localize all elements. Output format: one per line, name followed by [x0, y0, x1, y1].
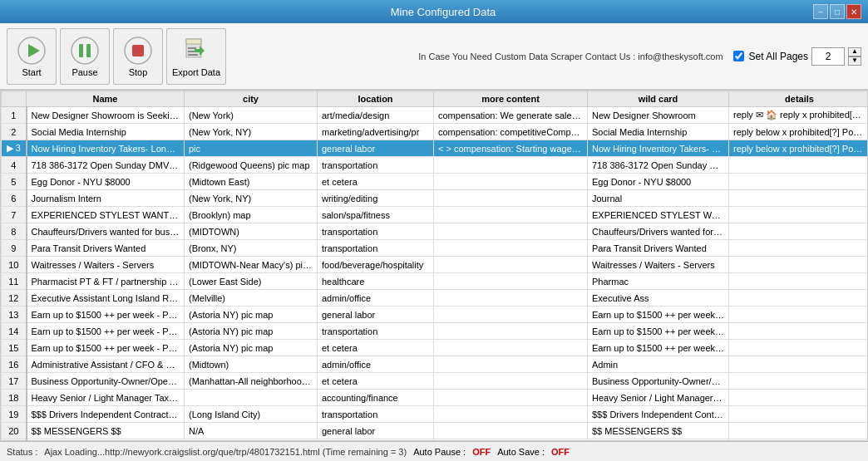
- col-header-details[interactable]: details: [729, 91, 869, 107]
- table-row[interactable]: ▶ 3 Now Hiring Inventory Takers- Long Is…: [2, 140, 869, 157]
- cell-num: 18: [2, 390, 27, 406]
- export-label: Export Data: [172, 67, 220, 77]
- pause-icon: [70, 36, 100, 66]
- cell-wild: Earn up to $1500 ++ per week - Profe...: [588, 307, 729, 323]
- table-row[interactable]: 7 EXPERIENCED STYLEST WANTED (Brooklyn) …: [2, 207, 869, 223]
- cell-more: < > compensation: Starting wage 9.5...: [434, 140, 588, 157]
- col-header-name[interactable]: Name: [27, 91, 185, 107]
- cell-more: [434, 340, 588, 356]
- table-row[interactable]: 15 Earn up to $1500 ++ per week - Profe.…: [2, 340, 869, 356]
- set-all-pages-checkbox[interactable]: [733, 51, 744, 61]
- pages-down-button[interactable]: ▼: [848, 56, 861, 66]
- table-row[interactable]: 11 Pharmacist PT & FT / partnership opti…: [2, 273, 869, 290]
- table-row[interactable]: 18 Heavy Senior / Light Manager Tax D...…: [2, 390, 869, 406]
- cell-name: New Designer Showroom is Seeking ...: [27, 107, 185, 124]
- cell-name: Social Media Internship: [27, 124, 185, 140]
- cell-more: [434, 423, 588, 439]
- table-row[interactable]: 20 $$ MESSENGERS $$ N/A general labor $$…: [2, 423, 869, 439]
- pages-spinner[interactable]: ▲ ▼: [848, 47, 861, 66]
- col-header-city[interactable]: city: [185, 91, 318, 107]
- cell-wild: Journal: [588, 190, 729, 207]
- export-data-button[interactable]: Export Data: [166, 28, 226, 85]
- table-row[interactable]: 4 718 386-3172 Open Sunday DMV D... (Rid…: [2, 157, 869, 174]
- close-button[interactable]: ✕: [846, 4, 861, 19]
- cell-location: writing/editing: [318, 190, 434, 207]
- pause-button[interactable]: Pause: [60, 28, 110, 85]
- cell-details: [729, 174, 869, 190]
- cell-more: [434, 373, 588, 390]
- cell-wild: Para Transit Drivers Wanted: [588, 240, 729, 257]
- cell-num: 12: [2, 290, 27, 307]
- cell-name: Chauffeurs/Drivers wanted for busy Li...: [27, 223, 185, 240]
- table-row[interactable]: 8 Chauffeurs/Drivers wanted for busy Li.…: [2, 223, 869, 240]
- pages-input[interactable]: [811, 47, 845, 66]
- svg-point-2: [72, 37, 98, 64]
- cell-details: [729, 207, 869, 223]
- cell-city: (New York, NY): [185, 124, 318, 140]
- start-button[interactable]: Start: [7, 28, 57, 85]
- cell-num: 17: [2, 373, 27, 390]
- cell-wild: Social Media Internship: [588, 124, 729, 140]
- col-header-more[interactable]: more content: [434, 91, 588, 107]
- cell-name: $$$ Drivers Independent Contractors ...: [27, 406, 185, 423]
- cell-num: 2: [2, 124, 27, 140]
- table-header-row: Name city location more content wild car…: [2, 91, 869, 107]
- cell-wild: Pharmac: [588, 273, 729, 290]
- cell-more: [434, 356, 588, 373]
- cell-details: [729, 390, 869, 406]
- cell-more: [434, 406, 588, 423]
- cell-city: [185, 390, 318, 406]
- maximize-button[interactable]: □: [830, 4, 845, 19]
- status-url: Ajax Loading...http://newyork.craigslist…: [44, 447, 407, 457]
- table-row[interactable]: 1 New Designer Showroom is Seeking ... (…: [2, 107, 869, 124]
- cell-num: 11: [2, 273, 27, 290]
- table-row[interactable]: 12 Executive Assistant Long Island Resi.…: [2, 290, 869, 307]
- table-row[interactable]: 14 Earn up to $1500 ++ per week - Profe.…: [2, 323, 869, 340]
- table-row[interactable]: 6 Journalism Intern (New York, NY) writi…: [2, 190, 869, 207]
- cell-more: [434, 273, 588, 290]
- table-row[interactable]: 17 Business Opportunity-Owner/Operato...…: [2, 373, 869, 390]
- cell-details: reply below x prohibited[?] Posted: 14 .…: [729, 124, 869, 140]
- cell-details: [729, 223, 869, 240]
- cell-details: [729, 257, 869, 273]
- table-row[interactable]: 9 Para Transit Drivers Wanted (Bronx, NY…: [2, 240, 869, 257]
- cell-location: et cetera: [318, 340, 434, 356]
- cell-num: 4: [2, 157, 27, 174]
- cell-location: food/beverage/hospitality: [318, 257, 434, 273]
- cell-more: [434, 257, 588, 273]
- cell-num: 6: [2, 190, 27, 207]
- title-bar: Mine Configured Data − □ ✕: [0, 0, 868, 23]
- cell-num: 16: [2, 356, 27, 373]
- cell-location: transportation: [318, 223, 434, 240]
- table-row[interactable]: 10 Waitresses / Waiters - Servers (MIDTO…: [2, 257, 869, 273]
- cell-details: [729, 190, 869, 207]
- cell-location: transportation: [318, 240, 434, 257]
- stop-button[interactable]: Stop: [113, 28, 163, 85]
- pages-up-button[interactable]: ▲: [848, 47, 861, 56]
- stop-label: Stop: [129, 67, 148, 77]
- cell-num: 14: [2, 323, 27, 340]
- cell-location: general labor: [318, 140, 434, 157]
- cell-more: [434, 323, 588, 340]
- table-row[interactable]: 16 Administrative Assistant / CFO & Gov.…: [2, 356, 869, 373]
- col-header-location[interactable]: location: [318, 91, 434, 107]
- table-row[interactable]: 2 Social Media Internship (New York, NY)…: [2, 124, 869, 140]
- cell-wild: Admin: [588, 356, 729, 373]
- cell-more: [434, 290, 588, 307]
- cell-more: [434, 157, 588, 174]
- svg-rect-4: [86, 44, 91, 57]
- cell-more: [434, 190, 588, 207]
- minimize-button[interactable]: −: [813, 4, 828, 19]
- status-label: Status :: [7, 447, 37, 457]
- table-row[interactable]: 13 Earn up to $1500 ++ per week - Profe.…: [2, 307, 869, 323]
- cell-name: 718 386-3172 Open Sunday DMV D...: [27, 157, 185, 174]
- cell-details: [729, 373, 869, 390]
- table-row[interactable]: 5 Egg Donor - NYU $8000 (Midtown East) e…: [2, 174, 869, 190]
- col-header-wild[interactable]: wild card: [588, 91, 729, 107]
- cell-name: Administrative Assistant / CFO & Gov...: [27, 356, 185, 373]
- cell-name: Earn up to $1500 ++ per week - Profe...: [27, 323, 185, 340]
- table-row[interactable]: 19 $$$ Drivers Independent Contractors .…: [2, 406, 869, 423]
- cell-num: 15: [2, 340, 27, 356]
- cell-location: transportation: [318, 323, 434, 340]
- auto-pause-label: Auto Pause :: [413, 447, 466, 457]
